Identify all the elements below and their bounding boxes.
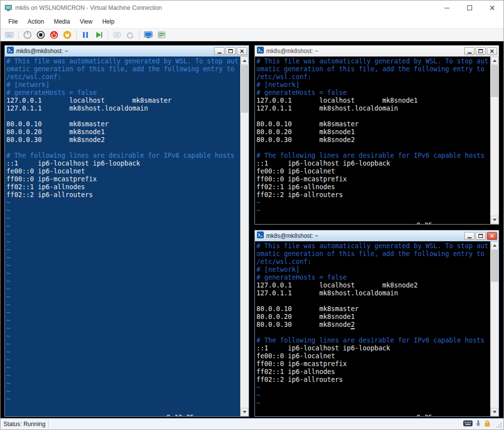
terminal-line (256, 113, 490, 120)
scroll-down-button[interactable] (491, 216, 499, 224)
resume-button[interactable] (93, 29, 104, 40)
scroll-down-button[interactable] (491, 408, 499, 416)
minimize-button[interactable] (436, 0, 458, 15)
ctrl-alt-del-button[interactable] (4, 29, 15, 40)
vmconnect-window: mk8s on WSLNOMICRON - Virtual Machine Co… (0, 0, 504, 430)
status-bar: Status: Running (0, 418, 504, 430)
scroll-up-button[interactable] (491, 57, 499, 65)
resize-grip[interactable] (497, 423, 503, 429)
terminal-line: 127.0.0.1 localhost mk8smaster (6, 97, 240, 105)
terminal-line: ~ (6, 301, 240, 309)
terminal-minimize-button[interactable] (214, 47, 224, 55)
terminal-maximize-button[interactable] (476, 47, 486, 55)
terminal-close-button[interactable]: × (487, 47, 497, 55)
terminal-close-button[interactable]: × (487, 232, 497, 240)
vim-ruler: 9,25 (417, 222, 432, 224)
save-button[interactable] (62, 29, 73, 40)
terminal-content[interactable]: # This file was automatically generated … (5, 57, 240, 416)
menu-file[interactable]: File (3, 16, 23, 27)
pause-button[interactable] (80, 29, 91, 40)
terminal-content[interactable]: # This file was automatically generated … (255, 241, 490, 416)
terminal-minimize-button[interactable] (464, 47, 475, 55)
terminal-line: ~ (6, 254, 240, 262)
terminal-line: 127.0.1.1 mk8shost.localdomain (256, 289, 490, 297)
terminal-line: 80.0.0.30 mk8snode2 (256, 321, 490, 329)
statusbar-separator (48, 420, 49, 428)
scroll-down-button[interactable] (241, 408, 249, 416)
terminal-line: ~ (6, 270, 240, 278)
terminal-content[interactable]: # This file was automatically generated … (255, 57, 490, 224)
scroll-thumb[interactable] (241, 65, 248, 113)
terminal-icon (257, 231, 264, 240)
terminal-scrollbar[interactable] (490, 57, 499, 224)
terminal-line: /etc/wsl.conf: (256, 258, 490, 266)
terminal-text: # This file was automatically generated … (256, 242, 490, 416)
terminal-line: # The following lines are desirable for … (256, 152, 490, 160)
menu-help[interactable]: Help (97, 16, 119, 27)
terminal-line: # [network] (256, 266, 490, 274)
terminal-line: ff00::0 ip6-mcastprefix (6, 175, 240, 183)
scroll-thumb[interactable] (491, 65, 498, 97)
terminal-line: /etc/wsl.conf: (6, 73, 240, 81)
terminal-line: ~ (6, 356, 240, 364)
terminal-line: # This file was automatically generated … (256, 242, 490, 250)
terminal-line: 127.0.1.1 mk8shost.localdomain (256, 105, 490, 113)
terminal-window-node1[interactable]: mk8s@mk8shost: ~ × # This file was autom… (254, 45, 499, 225)
terminal-scrollbar[interactable] (490, 241, 499, 416)
terminal-titlebar[interactable]: mk8s@mk8shost: ~ × (5, 46, 249, 57)
terminal-line: ~ (6, 207, 240, 215)
window-titlebar[interactable]: mk8s on WSLNOMICRON - Virtual Machine Co… (0, 0, 504, 15)
revert-button[interactable] (125, 29, 136, 40)
start-button[interactable] (22, 29, 33, 40)
turn-off-button[interactable] (35, 29, 46, 40)
terminal-maximize-button[interactable] (476, 232, 486, 240)
terminal-minimize-button[interactable] (464, 232, 475, 240)
terminal-window-node2[interactable]: mk8s@mk8shost: ~ × # This file was autom… (254, 230, 499, 417)
scroll-up-button[interactable] (241, 57, 249, 65)
maximize-button[interactable] (458, 0, 481, 15)
menu-view[interactable]: View (75, 16, 97, 27)
terminal-close-button[interactable]: × (237, 47, 247, 55)
terminal-line: ~ (6, 286, 240, 293)
terminal-line: # [network] (6, 81, 240, 89)
checkpoint-button[interactable] (112, 29, 122, 40)
terminal-line: 80.0.0.10 mk8smaster (256, 120, 490, 128)
terminal-line (6, 144, 240, 152)
scroll-up-button[interactable] (491, 241, 499, 250)
terminal-window-master[interactable]: mk8s@mk8shost: ~ × # This file was autom… (4, 45, 249, 417)
terminal-line: # This file was automatically generated … (256, 57, 490, 65)
terminal-line: ~ (6, 278, 240, 286)
terminal-titlebar[interactable]: mk8s@mk8shost: ~ × (255, 46, 499, 57)
enhanced-session-button[interactable] (143, 29, 154, 40)
terminal-line: ~ (6, 215, 240, 223)
menu-action[interactable]: Action (23, 16, 49, 27)
terminal-titlebar[interactable]: mk8s@mk8shost: ~ × (255, 230, 499, 241)
devices-icon (476, 420, 480, 428)
scroll-thumb[interactable] (491, 250, 498, 282)
terminal-line: ~ (6, 333, 240, 341)
terminal-line: fe00::0 ip6-localnet (256, 352, 490, 360)
terminal-line: ::1 ip6-localhost ip6-loopback (6, 160, 240, 168)
window-title: mk8s on WSLNOMICRON - Virtual Machine Co… (15, 4, 436, 11)
terminal-scrollbar[interactable] (240, 57, 249, 416)
terminal-line: ~ (6, 348, 240, 356)
terminal-line: ~ (6, 199, 240, 207)
terminal-line: 80.0.0.10 mk8smaster (256, 305, 490, 313)
close-button[interactable]: × (481, 0, 504, 15)
vm-screen[interactable]: mk8s@mk8shost: ~ × # This file was autom… (0, 41, 504, 418)
terminal-title: mk8s@mk8shost: ~ (16, 48, 212, 55)
terminal-line: ~ (6, 238, 240, 246)
terminal-line: omatic generation of this file, add the … (256, 250, 490, 258)
vm-app-icon (4, 4, 12, 12)
share-button[interactable] (156, 29, 167, 40)
terminal-maximize-button[interactable] (225, 47, 236, 55)
terminal-line (6, 113, 240, 120)
shut-down-button[interactable] (49, 29, 59, 40)
terminal-line: 80.0.0.30 mk8snode2 (6, 136, 240, 144)
terminal-line: # [network] (256, 81, 490, 89)
terminal-line: 80.0.0.10 mk8smaster (6, 120, 240, 128)
menu-media[interactable]: Media (49, 16, 75, 27)
terminal-line: fe00::0 ip6-localnet (6, 168, 240, 175)
toolbar (0, 28, 504, 41)
terminal-line: /etc/wsl.conf: (256, 73, 490, 81)
